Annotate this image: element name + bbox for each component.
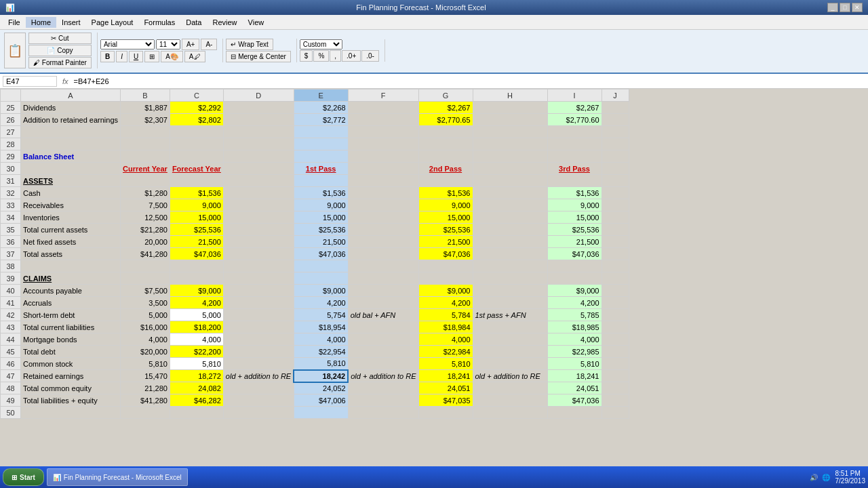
cell-D26[interactable] [223, 114, 294, 126]
cell-C44[interactable]: 4,000 [170, 333, 223, 346]
cell-B45[interactable]: $20,000 [121, 346, 170, 358]
cell-F40[interactable] [348, 285, 418, 297]
row-header-31[interactable]: 31 [1, 175, 21, 187]
cell-F36[interactable] [348, 236, 418, 248]
cell-I48[interactable]: 24,051 [547, 382, 601, 394]
cell-D49[interactable] [223, 394, 294, 407]
cell-I39[interactable] [547, 272, 601, 285]
cell-A30[interactable] [21, 163, 121, 175]
cell-A38[interactable] [21, 260, 121, 272]
cell-G39[interactable] [418, 272, 473, 285]
col-header-C[interactable]: C [170, 89, 223, 102]
cell-G41[interactable]: 4,200 [418, 297, 473, 309]
cell-C42[interactable]: 5,000 [170, 309, 223, 321]
cell-E44[interactable]: 4,000 [294, 333, 348, 346]
maximize-button[interactable]: □ [840, 3, 850, 12]
cell-H40[interactable] [473, 285, 547, 297]
row-header-28[interactable]: 28 [1, 138, 21, 150]
cell-C29[interactable] [170, 150, 223, 163]
cell-A28[interactable] [21, 138, 121, 150]
cell-B49[interactable]: $41,280 [121, 394, 170, 407]
cell-H43[interactable] [473, 321, 547, 333]
cell-C33[interactable]: 9,000 [170, 199, 223, 211]
cell-B48[interactable]: 21,280 [121, 382, 170, 394]
cell-B40[interactable]: $7,500 [121, 285, 170, 297]
cell-H36[interactable] [473, 236, 547, 248]
cell-D36[interactable] [223, 236, 294, 248]
cell-H37[interactable] [473, 248, 547, 260]
cell-H31[interactable] [473, 175, 547, 187]
cell-E38[interactable] [294, 260, 348, 272]
cell-D44[interactable] [223, 333, 294, 346]
cell-F26[interactable] [348, 114, 418, 126]
row-header-33[interactable]: 33 [1, 199, 21, 211]
cell-D29[interactable] [223, 150, 294, 163]
cell-D41[interactable] [223, 297, 294, 309]
cell-C39[interactable] [170, 272, 223, 285]
cell-F47[interactable]: old + addition to RE [348, 370, 418, 382]
cell-D25[interactable] [223, 102, 294, 114]
cell-H50[interactable] [473, 407, 547, 419]
menu-item-home[interactable]: Home [26, 17, 56, 28]
cell-G27[interactable] [418, 126, 473, 138]
cell-A48[interactable]: Total common equity [21, 382, 121, 394]
cell-C50[interactable] [170, 407, 223, 419]
cell-J30[interactable] [601, 163, 629, 175]
underline-button[interactable]: U [129, 51, 143, 62]
cell-F46[interactable] [348, 358, 418, 370]
close-button[interactable]: ✕ [852, 3, 863, 12]
cell-F43[interactable] [348, 321, 418, 333]
cell-I34[interactable]: 15,000 [547, 211, 601, 224]
cell-A39[interactable]: CLAIMS [21, 272, 121, 285]
decrease-font-button[interactable]: A- [201, 39, 217, 50]
cell-B30[interactable]: Current Year [121, 163, 170, 175]
cell-A36[interactable]: Net fixed assets [21, 236, 121, 248]
percent-btn[interactable]: % [313, 50, 329, 62]
cell-E48[interactable]: 24,052 [294, 382, 348, 394]
cell-I28[interactable] [547, 138, 601, 150]
cell-E31[interactable] [294, 175, 348, 187]
cell-J25[interactable] [601, 102, 629, 114]
row-header-42[interactable]: 42 [1, 309, 21, 321]
cell-D31[interactable] [223, 175, 294, 187]
row-header-48[interactable]: 48 [1, 382, 21, 394]
cell-F33[interactable] [348, 199, 418, 211]
cell-B50[interactable] [121, 407, 170, 419]
cell-D45[interactable] [223, 346, 294, 358]
cell-H32[interactable] [473, 187, 547, 199]
cell-G29[interactable] [418, 150, 473, 163]
cell-H45[interactable] [473, 346, 547, 358]
col-header-D[interactable]: D [223, 89, 294, 102]
cell-C36[interactable]: 21,500 [170, 236, 223, 248]
cell-I37[interactable]: $47,036 [547, 248, 601, 260]
cell-B39[interactable] [121, 272, 170, 285]
cell-F28[interactable] [348, 138, 418, 150]
cell-G31[interactable] [418, 175, 473, 187]
cell-D38[interactable] [223, 260, 294, 272]
bold-button[interactable]: B [100, 51, 115, 62]
cell-H33[interactable] [473, 199, 547, 211]
cell-E39[interactable] [294, 272, 348, 285]
start-button[interactable]: ⊞ Start [3, 468, 44, 486]
cell-B42[interactable]: 5,000 [121, 309, 170, 321]
cell-A33[interactable]: Receivables [21, 199, 121, 211]
cell-I45[interactable]: $22,985 [547, 346, 601, 358]
cell-J42[interactable] [601, 309, 629, 321]
cell-D30[interactable] [223, 163, 294, 175]
cell-E32[interactable]: $1,536 [294, 187, 348, 199]
cell-F32[interactable] [348, 187, 418, 199]
row-header-41[interactable]: 41 [1, 297, 21, 309]
formula-input[interactable]: =B47+E26 [74, 77, 865, 85]
cell-C41[interactable]: 4,200 [170, 297, 223, 309]
col-header-I[interactable]: I [547, 89, 601, 102]
cell-H30[interactable] [473, 163, 547, 175]
cell-F27[interactable] [348, 126, 418, 138]
cell-D35[interactable] [223, 224, 294, 236]
row-header-40[interactable]: 40 [1, 285, 21, 297]
cell-A43[interactable]: Total current liabilities [21, 321, 121, 333]
increase-font-button[interactable]: A+ [182, 39, 200, 50]
cell-H28[interactable] [473, 138, 547, 150]
cell-D33[interactable] [223, 199, 294, 211]
row-header-44[interactable]: 44 [1, 333, 21, 346]
cell-B47[interactable]: 15,470 [121, 370, 170, 382]
